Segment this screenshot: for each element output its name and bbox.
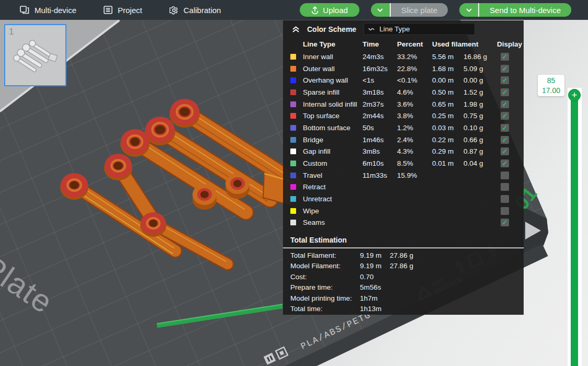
panel-title: Color Scheme [307,25,356,33]
line-type-filament-m: 0.25 m [432,112,463,120]
send-to-multi-device-button[interactable]: Send to Multi-device [479,3,571,17]
display-checkbox[interactable]: ✓ [501,124,509,132]
estimation-row: Model Filament: 9.19 m 27.86 g [283,261,524,271]
line-type-row: Bridge 1m46s 2.4% 0.22 m 0.66 g ✓ [283,134,524,146]
display-checkbox[interactable]: ✓ [501,183,509,191]
slice-split-button: Slice plate [371,3,448,17]
line-type-percent: 3.8% [397,112,432,120]
line-type-time: 16m32s [363,65,397,73]
line-type-label: Inner wall [303,53,363,61]
estimation-value2: 27.86 g [390,262,524,270]
plate-thumbnail-preview [5,25,65,85]
upload-button[interactable]: Upload [300,3,359,17]
totals-rows: Total Filament: 9.19 m 27.86 g Model Fil… [283,248,524,314]
line-type-percent: 3.6% [397,100,432,108]
line-type-filament-g: 1.98 g [463,100,495,108]
display-checkbox[interactable]: ✓ [501,112,509,120]
line-type-row: Seams ✓ [283,217,524,229]
slice-dropdown-toggle[interactable] [371,3,391,17]
estimation-row: Cost: 0.70 [283,271,524,282]
display-checkbox[interactable]: ✓ [501,195,509,203]
plate-thumbnail-number: 1 [9,27,14,37]
upload-icon [311,6,319,14]
layer-height: 17.00 [542,86,560,96]
plate-thumbnail[interactable]: 1 [4,24,66,86]
display-checkbox[interactable]: ✓ [501,53,509,61]
display-checkbox[interactable]: ✓ [501,76,509,84]
layer-number: 85 [547,76,556,86]
line-type-label: Wipe [303,207,363,215]
line-type-row: Top surface 2m44s 3.8% 0.25 m 0.75 g ✓ [283,110,524,122]
line-type-time: <1s [363,76,397,84]
line-type-swatch [290,113,296,119]
line-type-label: Internal solid infill [303,100,363,108]
slice-plate-label: Slice plate [401,6,437,15]
tab-calibration[interactable]: Calibration [169,6,221,15]
display-checkbox[interactable]: ✓ [501,219,509,226]
line-type-label: Gap infill [303,147,363,155]
line-type-label: Top surface [303,112,363,120]
col-used-filament: Used filament [432,40,495,48]
line-type-percent: 22.8% [397,65,432,73]
display-checkbox[interactable]: ✓ [501,147,509,155]
line-type-filament-g: 16.86 g [463,53,495,61]
line-type-label: Retract [303,183,363,191]
estimation-label: Model printing time: [290,294,360,302]
line-type-row: Internal solid infill 2m37s 3.6% 0.65 m … [283,98,524,110]
line-type-filament-m: 0.22 m [432,136,463,144]
col-time: Time [363,40,397,48]
estimation-value1: 1h7m [360,294,390,302]
estimation-label: Total Filament: [290,251,360,259]
line-type-filament-m: 0.00 m [432,76,463,84]
line-type-swatch [290,173,296,178]
estimation-value1: 9.19 m [360,251,390,259]
display-checkbox[interactable]: ✓ [501,159,509,167]
layer-slider-handle[interactable]: + [568,89,581,101]
calibration-gear-icon [169,6,178,15]
line-type-swatch [290,54,296,60]
display-checkbox[interactable]: ✓ [501,171,509,179]
line-type-time: 2m44s [363,112,397,120]
line-type-row: Unretract ✓ [283,193,524,205]
line-type-row: Travel 11m33s 15.9% ✓ [283,169,524,181]
toolbar-actions: Upload Slice plate Send to Multi-device [300,3,588,17]
display-checkbox[interactable]: ✓ [501,65,509,73]
line-type-row: Bottom surface 50s 1.2% 0.03 m 0.10 g ✓ [283,122,524,134]
line-type-filament-g: 0.10 g [463,124,495,132]
line-type-time: 1m46s [363,136,397,144]
line-type-percent: 4.3% [397,147,432,155]
line-type-row: Retract ✓ [283,181,524,193]
collapse-panel-icon[interactable] [292,26,300,33]
view-mode-value: Line Type [379,25,410,33]
line-type-label: Overhang wall [303,76,363,84]
tab-project[interactable]: Project [104,6,142,15]
project-icon [104,6,112,14]
estimation-value1: 5m56s [360,283,390,291]
display-checkbox[interactable]: ✓ [501,100,509,108]
view-mode-dropdown[interactable]: Line Type [364,23,475,35]
viewport-3d[interactable]: Plate 01 PLA/ABS/PETG HOT SURFACE [0,20,588,366]
display-checkbox[interactable]: ✓ [501,207,509,215]
send-dropdown-toggle[interactable] [459,3,479,17]
tab-multi-device[interactable]: Multi-device [20,6,76,15]
multi-device-icon [20,6,29,14]
display-checkbox[interactable]: ✓ [501,136,509,144]
line-type-label: Custom [303,159,363,167]
layer-slider-tooltip: 85 17.00 [538,75,564,96]
line-type-row: Inner wall 24m3s 33.2% 5.56 m 16.86 g ✓ [283,51,524,63]
line-type-label: Seams [303,219,363,226]
line-type-time: 3m8s [363,147,397,155]
line-type-swatch [290,66,296,72]
slice-plate-button[interactable]: Slice plate [391,3,448,17]
display-checkbox[interactable]: ✓ [501,88,509,96]
line-type-swatch [290,101,296,107]
line-type-swatch [290,77,296,83]
color-scheme-panel: Color Scheme Line Type Line Type Time Pe… [283,20,524,315]
estimation-label: Total time: [290,305,360,313]
line-type-label: Bridge [303,136,363,144]
line-type-filament-m: 5.56 m [432,53,463,61]
estimation-label: Cost: [290,273,360,281]
layer-slider-fill[interactable] [571,95,578,366]
line-type-percent: 15.9% [397,171,432,179]
col-display: Display [495,40,524,48]
